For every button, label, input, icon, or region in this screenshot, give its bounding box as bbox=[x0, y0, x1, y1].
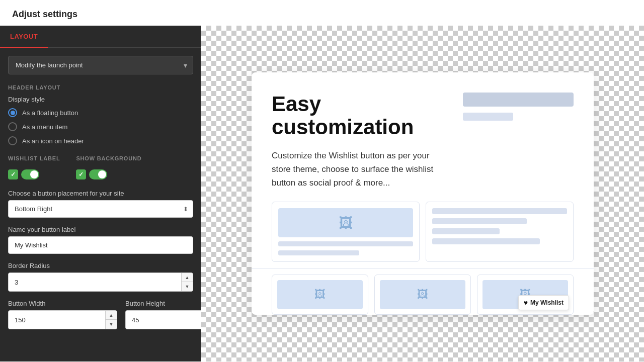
border-radius-input-wrapper: ▲ ▼ bbox=[8, 273, 193, 292]
border-radius-field: Border Radius ▲ ▼ bbox=[8, 262, 193, 292]
image-icon-1: 🖼 bbox=[339, 215, 353, 231]
show-background-thumb bbox=[98, 170, 106, 178]
radio-floating-button[interactable]: As a floating button bbox=[8, 108, 193, 117]
preview-bottom-item-1: 🖼 bbox=[272, 275, 368, 315]
border-radius-input[interactable] bbox=[9, 273, 181, 291]
preview-image-1: 🖼 bbox=[278, 208, 413, 237]
preview-text-line-2 bbox=[278, 250, 359, 255]
preview-bottom-item-2: 🖼 bbox=[374, 275, 471, 315]
border-radius-number-field: ▲ ▼ bbox=[8, 273, 193, 292]
show-background-heading: SHOW BACKGROUND bbox=[76, 155, 141, 161]
settings-panel: LAYOUT Modify the launch point ▾ HEADER … bbox=[0, 26, 201, 361]
heart-icon: ♥ bbox=[524, 299, 528, 307]
placement-select[interactable]: Bottom Right Bottom Left Top Right Top L… bbox=[8, 200, 193, 218]
show-background-toggle-group: SHOW BACKGROUND ✓ bbox=[76, 155, 141, 179]
wishlist-float-button[interactable]: ♥ My Wishlist bbox=[518, 295, 569, 310]
wishlist-label-toggle-container: ✓ bbox=[8, 169, 60, 179]
wishlist-label-check-icon: ✓ bbox=[8, 169, 18, 179]
tab-bar: LAYOUT bbox=[0, 26, 201, 48]
radio-floating-label: As a floating button bbox=[22, 109, 78, 117]
header-layout-label: HEADER LAYOUT bbox=[8, 84, 193, 90]
placement-field: Choose a button placement for your site … bbox=[8, 190, 193, 218]
preview-text-line-1 bbox=[278, 241, 413, 246]
radio-menu-item[interactable]: As a menu item bbox=[8, 122, 193, 131]
display-style-label: Display style bbox=[8, 96, 193, 103]
preview-bottom-item-3: 🖼 ♥ My Wishlist bbox=[477, 275, 574, 315]
border-radius-number-row: ▲ ▼ bbox=[8, 273, 193, 292]
button-label-field: Name your button label bbox=[8, 226, 193, 254]
show-background-check-icon: ✓ bbox=[76, 169, 86, 179]
wishlist-label-toggle-group: WISHLIST LABEL ✓ bbox=[8, 155, 60, 179]
preview-detail-line-2 bbox=[432, 218, 527, 224]
wishlist-label-heading: WISHLIST LABEL bbox=[8, 155, 60, 161]
launch-point-dropdown-wrapper: Modify the launch point ▾ bbox=[8, 56, 193, 74]
button-width-label: Button Width bbox=[8, 300, 117, 307]
border-radius-decrement[interactable]: ▼ bbox=[182, 282, 193, 291]
placement-select-wrapper: Bottom Right Bottom Left Top Right Top L… bbox=[8, 200, 193, 218]
page-title: Adjust settings bbox=[0, 0, 644, 26]
wishlist-label-toggle[interactable] bbox=[21, 169, 39, 179]
preview-bottom-row: 🖼 🖼 🖼 ♥ My Wishlist bbox=[272, 275, 574, 315]
wishlist-button-label: My Wishlist bbox=[530, 299, 564, 306]
button-label-heading: Name your button label bbox=[8, 226, 193, 233]
launch-point-select[interactable]: Modify the launch point bbox=[8, 56, 193, 74]
preview-bottom-img-2: 🖼 bbox=[380, 280, 465, 309]
radio-icon-label: As an icon on header bbox=[22, 137, 84, 145]
border-radius-spinner: ▲ ▼ bbox=[181, 273, 193, 291]
image-icon-2: 🖼 bbox=[314, 288, 326, 301]
preview-grid-item-2 bbox=[426, 202, 574, 262]
radio-menu-label: As a menu item bbox=[22, 123, 67, 131]
button-height-field: Button Height ▲ ▼ bbox=[125, 300, 201, 329]
image-icon-3: 🖼 bbox=[417, 288, 428, 301]
preview-detail-line-1 bbox=[432, 208, 567, 214]
header-layout-section: HEADER LAYOUT Display style As a floatin… bbox=[8, 84, 193, 145]
button-width-wrapper: ▲ ▼ bbox=[8, 310, 117, 329]
button-width-increment[interactable]: ▲ bbox=[106, 311, 117, 320]
mock-small-bar bbox=[463, 113, 513, 121]
preview-detail-line-3 bbox=[432, 228, 500, 234]
preview-divider bbox=[252, 268, 594, 268]
preview-heading: Easy customization bbox=[272, 93, 451, 139]
preview-product-grid: 🖼 bbox=[272, 202, 574, 262]
mock-header-bar bbox=[463, 93, 574, 107]
border-radius-label: Border Radius bbox=[8, 262, 193, 269]
button-dimensions-row: Button Width ▲ ▼ Button Height ▲ bbox=[8, 300, 193, 329]
preview-text: Customize the Wishlist button as per you… bbox=[272, 149, 451, 190]
button-height-label: Button Height bbox=[125, 300, 201, 307]
button-label-input[interactable] bbox=[8, 236, 193, 254]
preview-panel: Easy customization Customize the Wishlis… bbox=[201, 26, 644, 361]
toggle-row: WISHLIST LABEL ✓ SHOW BACKGROUND bbox=[8, 155, 193, 179]
placement-label: Choose a button placement for your site bbox=[8, 190, 193, 197]
preview-bottom-img-1: 🖼 bbox=[277, 280, 363, 309]
radio-icon-header[interactable]: As an icon on header bbox=[8, 136, 193, 145]
tab-layout[interactable]: LAYOUT bbox=[0, 26, 48, 47]
radio-icon-indicator bbox=[8, 136, 17, 145]
show-background-toggle[interactable] bbox=[89, 169, 107, 179]
preview-grid-item-1: 🖼 bbox=[272, 202, 420, 262]
radio-floating-indicator bbox=[8, 108, 17, 117]
button-width-input[interactable] bbox=[9, 311, 105, 329]
display-style-radio-group: As a floating button As a menu item As a… bbox=[8, 108, 193, 145]
border-radius-increment[interactable]: ▲ bbox=[182, 273, 193, 282]
button-height-wrapper: ▲ ▼ bbox=[125, 310, 201, 329]
button-width-field: Button Width ▲ ▼ bbox=[8, 300, 117, 329]
button-width-spinner: ▲ ▼ bbox=[105, 311, 117, 329]
preview-card: Easy customization Customize the Wishlis… bbox=[252, 72, 594, 315]
button-height-input[interactable] bbox=[126, 311, 201, 329]
preview-detail-line-4 bbox=[432, 238, 540, 244]
wishlist-label-thumb bbox=[30, 170, 38, 178]
show-background-toggle-container: ✓ bbox=[76, 169, 141, 179]
radio-menu-indicator bbox=[8, 122, 17, 131]
button-width-decrement[interactable]: ▼ bbox=[106, 320, 117, 329]
